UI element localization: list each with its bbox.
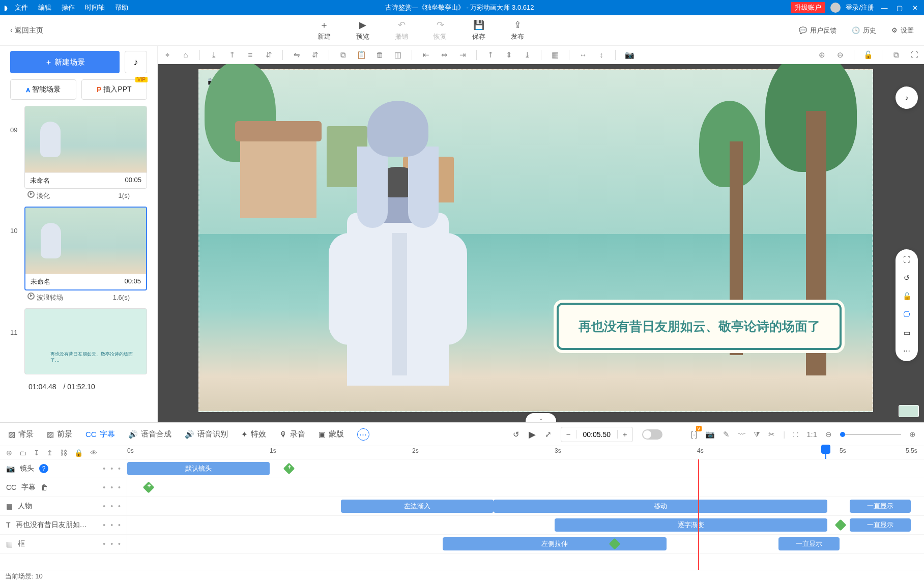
scene-thumbnail[interactable] — [25, 208, 146, 274]
tab-subtitle[interactable]: CC字幕 — [85, 429, 115, 439]
camera-icon[interactable]: 📷 — [625, 50, 634, 60]
menu-file[interactable]: 文件 — [15, 3, 28, 12]
avatar-icon[interactable] — [830, 3, 841, 13]
clip[interactable]: 一直显示 — [850, 518, 911, 532]
speech-bubble[interactable]: 再也没有昔日友朋如云、敬亭论诗的场面了 — [557, 303, 842, 350]
fullscreen-icon[interactable]: ⛶ — [903, 255, 910, 264]
distribute-right-icon[interactable]: ⇥ — [458, 50, 467, 60]
time-plus-button[interactable]: + — [617, 430, 632, 439]
time-minus-button[interactable]: − — [561, 430, 576, 439]
feedback-link[interactable]: 💬用户反馈 — [799, 26, 836, 35]
cut-icon[interactable]: ✂ — [768, 430, 775, 439]
rotate-icon[interactable]: ↺ — [904, 274, 910, 282]
clip[interactable]: 默认镜头 — [127, 462, 270, 475]
lock-icon[interactable]: 🔒 — [74, 449, 83, 457]
dot-icon[interactable]: • — [110, 521, 113, 529]
back-home-link[interactable]: ‹ 返回主页 — [10, 26, 43, 35]
copy-icon[interactable]: ⧉ — [338, 50, 348, 60]
track-lane[interactable]: 左边渐入移动一直显示 — [127, 497, 924, 515]
tab-asr[interactable]: 🔊语音识别 — [185, 429, 228, 439]
background-music-button[interactable]: ♪ — [125, 51, 147, 73]
distribute-vcenter-icon[interactable]: ⇕ — [504, 50, 513, 60]
ai-scene-button[interactable]: ᴀ智能场景 — [10, 79, 76, 100]
paste-icon[interactable]: 📋 — [357, 50, 366, 60]
menu-edit[interactable]: 编辑 — [38, 3, 51, 12]
zoom-out-icon[interactable]: ⊖ — [835, 50, 845, 60]
tab-record[interactable]: 🎙录音 — [279, 429, 305, 439]
track-lane[interactable]: 逐字渐变一直显示 — [127, 516, 924, 534]
expand-icon[interactable]: ⛶ — [910, 50, 919, 60]
insert-ppt-button[interactable]: P插入PPTVIP — [81, 79, 148, 100]
clip[interactable]: 左侧拉伸 — [443, 537, 667, 550]
toolbar-preview-button[interactable]: ▶预览 — [356, 20, 369, 41]
dot-icon[interactable]: • — [118, 464, 121, 473]
menu-timeline[interactable]: 时间轴 — [85, 3, 105, 12]
vspace-icon[interactable]: ↕ — [597, 50, 606, 60]
clip[interactable]: 逐字渐变 — [555, 518, 827, 532]
snapshot-icon[interactable]: 📷 — [705, 430, 715, 439]
unlock-icon[interactable]: 🔓 — [903, 292, 911, 300]
track-label[interactable]: ▦人物••• — [0, 497, 127, 515]
fullscreen-play-icon[interactable]: ⤢ — [545, 430, 552, 439]
dot-icon[interactable]: • — [103, 502, 105, 510]
screen-icon[interactable]: 🖵 — [903, 310, 910, 318]
add-track-icon[interactable]: ⊕ — [6, 449, 12, 457]
minimap[interactable] — [899, 405, 919, 417]
playhead-handle[interactable] — [821, 445, 830, 454]
tab-foreground[interactable]: ▨前景 — [47, 429, 72, 439]
distribute-top-icon[interactable]: ⤒ — [486, 50, 495, 60]
device-icon[interactable]: ▭ — [904, 329, 910, 337]
align-bottom-icon[interactable]: ⤓ — [209, 50, 218, 60]
chain-icon[interactable]: ⛓ — [60, 449, 67, 457]
clip[interactable]: 左边渐入 — [341, 500, 494, 513]
upgrade-account-button[interactable]: 升级账户 — [791, 2, 825, 13]
zoom-out-timeline-icon[interactable]: ⊖ — [825, 430, 832, 439]
time-stepper[interactable]: − + — [561, 427, 633, 442]
zoom-slider[interactable] — [840, 434, 901, 435]
markers-icon[interactable]: ⸬ — [793, 430, 798, 439]
tab-effects[interactable]: ✦特效 — [241, 429, 266, 439]
menu-operate[interactable]: 操作 — [62, 3, 75, 12]
keyframe-diamond[interactable] — [283, 463, 295, 475]
delete-icon[interactable]: 🗑 — [41, 483, 48, 491]
home-icon[interactable]: ⌂ — [181, 50, 190, 60]
auto-toggle[interactable] — [642, 429, 662, 440]
flip-h-icon[interactable]: ⇋ — [292, 50, 301, 60]
tab-mask[interactable]: ▣蒙版 — [319, 429, 344, 439]
dot-icon[interactable]: • — [103, 483, 105, 491]
hspace-icon[interactable]: ↔ — [579, 50, 588, 60]
menu-help[interactable]: 帮助 — [115, 3, 128, 12]
track-label[interactable]: CC字幕🗑••• — [0, 478, 127, 497]
dot-icon[interactable]: • — [118, 521, 121, 529]
zoom-in-icon[interactable]: ⊕ — [817, 50, 826, 60]
delete-icon[interactable]: 🗑 — [375, 50, 384, 60]
track-lane[interactable]: 左侧拉伸一直显示 — [127, 535, 924, 553]
align-center-icon[interactable]: ⇵ — [264, 50, 273, 60]
more-tabs-button[interactable]: ⋯ — [357, 428, 369, 441]
zoom-in-timeline-icon[interactable]: ⊕ — [909, 430, 916, 439]
crop-icon[interactable]: ◫ — [393, 50, 402, 60]
track-lane[interactable]: 默认镜头 — [127, 459, 924, 478]
selection-tool-icon[interactable]: ⌖ — [163, 50, 172, 60]
dot-icon[interactable]: • — [118, 483, 121, 491]
scene-thumbnail[interactable]: 再也没有昔日友朋如云、敬亭论诗的场面了… — [24, 308, 147, 374]
folder-icon[interactable]: 🗀 — [19, 449, 26, 457]
keyframe-diamond[interactable] — [835, 519, 847, 531]
help-icon[interactable]: ? — [39, 464, 48, 473]
track-label[interactable]: ▦框••• — [0, 535, 127, 553]
clip[interactable]: 一直显示 — [778, 537, 840, 550]
keyframe-diamond[interactable] — [143, 482, 155, 493]
minimize-button[interactable]: — — [879, 4, 889, 12]
dot-icon[interactable]: • — [103, 540, 105, 548]
time-input[interactable] — [576, 430, 617, 439]
play-icon[interactable]: ▶ — [529, 429, 536, 440]
scene-item-11[interactable]: 11 再也没有昔日友朋如云、敬亭论诗的场面了… — [10, 308, 147, 374]
tab-background[interactable]: ▨背景 — [8, 429, 34, 439]
distribute-bottom-icon[interactable]: ⤓ — [523, 50, 532, 60]
distribute-left-icon[interactable]: ⇤ — [421, 50, 430, 60]
filter-icon[interactable]: ⧩ — [754, 430, 760, 439]
track-label[interactable]: T再也没有昔日友朋如…••• — [0, 516, 127, 534]
canvas-stage[interactable]: 📷默认镜头 再也没有昔日友朋如云、敬亭论诗的场面了 ♪ ⛶ ↺ 🔓 🖵 — [158, 64, 924, 422]
new-scene-button[interactable]: ＋ 新建场景 — [10, 51, 120, 73]
maximize-button[interactable]: ▢ — [894, 4, 905, 12]
